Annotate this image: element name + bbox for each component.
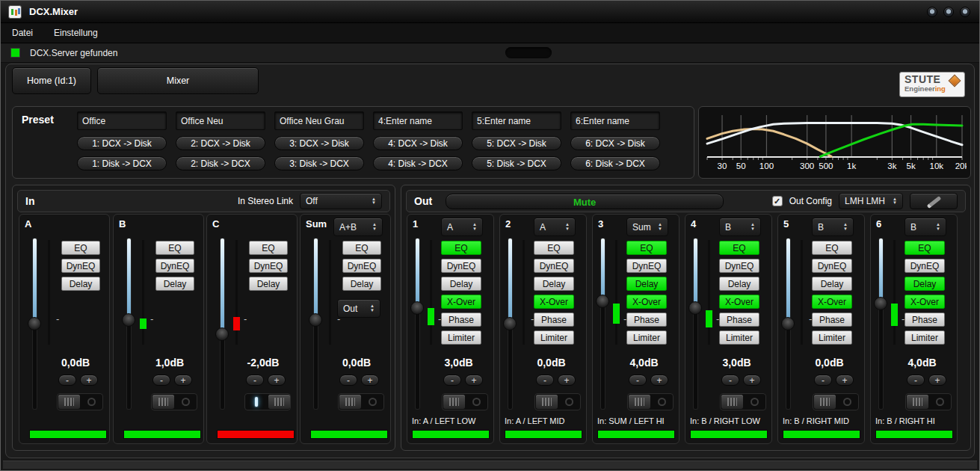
- limiter-button[interactable]: Limiter: [719, 330, 759, 345]
- gain-minus-button[interactable]: -: [536, 375, 554, 386]
- dyneq-button[interactable]: DynEQ: [534, 259, 574, 273]
- mute-toggle[interactable]: [905, 393, 952, 410]
- toggle-handle[interactable]: [268, 395, 290, 409]
- gain-minus-button[interactable]: -: [58, 375, 76, 386]
- gain-plus-button[interactable]: +: [836, 375, 854, 386]
- toggle-handle[interactable]: [629, 395, 650, 409]
- fader-handle[interactable]: [215, 327, 229, 341]
- dyneq-button[interactable]: DynEQ: [441, 259, 481, 273]
- delay-button[interactable]: Delay: [812, 277, 852, 291]
- gain-plus-button[interactable]: +: [650, 375, 668, 386]
- spinner-arrows-icon[interactable]: ▲▼: [839, 223, 848, 231]
- eq-button[interactable]: EQ: [249, 241, 288, 255]
- preset-name-input[interactable]: [274, 111, 364, 130]
- gain-minus-button[interactable]: -: [339, 375, 357, 386]
- spinner-arrows-icon[interactable]: ▲▼: [888, 197, 897, 206]
- gain-plus-button[interactable]: +: [465, 375, 483, 386]
- preset-name-input[interactable]: [176, 111, 265, 130]
- disk-to-dcx-button[interactable]: 3: Disk -> DCX: [274, 156, 364, 170]
- fader-handle[interactable]: [874, 297, 887, 310]
- preset-name-input[interactable]: [77, 111, 167, 130]
- delay-button[interactable]: Delay: [905, 277, 945, 291]
- eq-button[interactable]: EQ: [534, 241, 574, 255]
- eq-button[interactable]: EQ: [342, 241, 381, 255]
- fader-handle[interactable]: [28, 317, 41, 330]
- xover-button[interactable]: X-Over: [905, 295, 945, 309]
- dcx-to-disk-button[interactable]: 3: DCX -> Disk: [274, 136, 364, 150]
- gain-plus-button[interactable]: +: [558, 375, 576, 386]
- mute-button[interactable]: Mute: [446, 194, 724, 209]
- phase-button[interactable]: Phase: [626, 313, 667, 327]
- phase-button[interactable]: Phase: [719, 313, 759, 327]
- preset-name-input[interactable]: [570, 111, 660, 130]
- spinner-arrows-icon[interactable]: ▲▼: [366, 304, 375, 313]
- xover-button[interactable]: X-Over: [534, 295, 574, 309]
- mute-toggle[interactable]: [244, 393, 291, 410]
- spinner-arrows-icon[interactable]: ▲▼: [653, 223, 662, 231]
- spinner-arrows-icon[interactable]: ▲▼: [561, 223, 570, 231]
- delay-button[interactable]: Delay: [719, 277, 759, 291]
- delay-button[interactable]: Delay: [534, 277, 574, 291]
- disk-to-dcx-button[interactable]: 1: Disk -> DCX: [77, 156, 167, 170]
- fader-handle[interactable]: [122, 313, 135, 327]
- channel-source-select[interactable]: B▲▼: [905, 218, 946, 236]
- stereo-link-select[interactable]: Off ▲▼: [300, 193, 382, 209]
- gain-minus-button[interactable]: -: [814, 375, 832, 386]
- xover-button[interactable]: X-Over: [812, 295, 852, 309]
- disk-to-dcx-button[interactable]: 6: Disk -> DCX: [570, 156, 660, 170]
- xover-button[interactable]: X-Over: [626, 295, 667, 309]
- fader-handle[interactable]: [596, 295, 609, 308]
- eq-button[interactable]: EQ: [905, 241, 945, 255]
- dcx-to-disk-button[interactable]: 6: DCX -> Disk: [570, 136, 660, 150]
- spinner-arrows-icon[interactable]: ▲▼: [367, 197, 376, 206]
- fader-handle[interactable]: [688, 301, 702, 315]
- dyneq-button[interactable]: DynEQ: [155, 259, 194, 273]
- dyneq-button[interactable]: DynEQ: [812, 259, 852, 273]
- toggle-handle[interactable]: [339, 395, 361, 409]
- xover-button[interactable]: X-Over: [719, 295, 759, 309]
- gain-minus-button[interactable]: -: [246, 375, 264, 386]
- gain-plus-button[interactable]: +: [80, 375, 98, 386]
- spinner-arrows-icon[interactable]: ▲▼: [368, 223, 377, 231]
- spinner-arrows-icon[interactable]: ▲▼: [468, 223, 477, 231]
- mute-toggle[interactable]: [720, 393, 766, 410]
- gain-plus-button[interactable]: +: [268, 375, 286, 386]
- gain-minus-button[interactable]: -: [152, 375, 170, 386]
- dyneq-button[interactable]: DynEQ: [342, 259, 381, 273]
- xover-button[interactable]: X-Over: [441, 295, 481, 309]
- dcx-to-disk-button[interactable]: 4: DCX -> Disk: [373, 136, 463, 150]
- fader-handle[interactable]: [781, 317, 795, 330]
- channel-source-select[interactable]: A+B▲▼: [333, 218, 383, 236]
- phase-button[interactable]: Phase: [441, 313, 481, 327]
- delay-button[interactable]: Delay: [441, 277, 481, 291]
- spinner-arrows-icon[interactable]: ▲▼: [931, 223, 940, 231]
- disk-to-dcx-button[interactable]: 4: Disk -> DCX: [373, 156, 463, 170]
- toggle-handle[interactable]: [152, 395, 174, 409]
- phase-button[interactable]: Phase: [812, 313, 852, 327]
- toggle-handle[interactable]: [536, 395, 558, 409]
- menu-item-datei[interactable]: Datei: [12, 28, 33, 38]
- dyneq-button[interactable]: DynEQ: [626, 259, 667, 273]
- channel-source-select[interactable]: B▲▼: [719, 218, 761, 236]
- edit-config-button[interactable]: [910, 193, 958, 209]
- menu-item-einstellung[interactable]: Einstellung: [54, 28, 98, 38]
- delay-button[interactable]: Delay: [342, 277, 381, 291]
- eq-button[interactable]: EQ: [719, 241, 759, 255]
- channel-out-select[interactable]: Out▲▼: [337, 299, 380, 318]
- gain-minus-button[interactable]: -: [629, 375, 647, 386]
- gain-plus-button[interactable]: +: [928, 375, 946, 386]
- out-config-select[interactable]: LMH LMH ▲▼: [839, 193, 903, 209]
- fader-handle[interactable]: [309, 313, 322, 327]
- disk-to-dcx-button[interactable]: 5: Disk -> DCX: [472, 156, 561, 170]
- mute-toggle[interactable]: [57, 393, 103, 410]
- limiter-button[interactable]: Limiter: [626, 330, 667, 345]
- mute-toggle[interactable]: [813, 393, 859, 410]
- delay-button[interactable]: Delay: [249, 277, 288, 291]
- tab-mixer[interactable]: Mixer: [97, 67, 259, 94]
- out-config-checkbox[interactable]: [772, 196, 783, 206]
- tab-home[interactable]: Home (Id:1): [12, 67, 91, 94]
- limiter-button[interactable]: Limiter: [534, 330, 574, 345]
- preset-name-input[interactable]: [373, 111, 463, 130]
- toggle-handle[interactable]: [721, 395, 743, 409]
- channel-source-select[interactable]: A▲▼: [441, 218, 483, 236]
